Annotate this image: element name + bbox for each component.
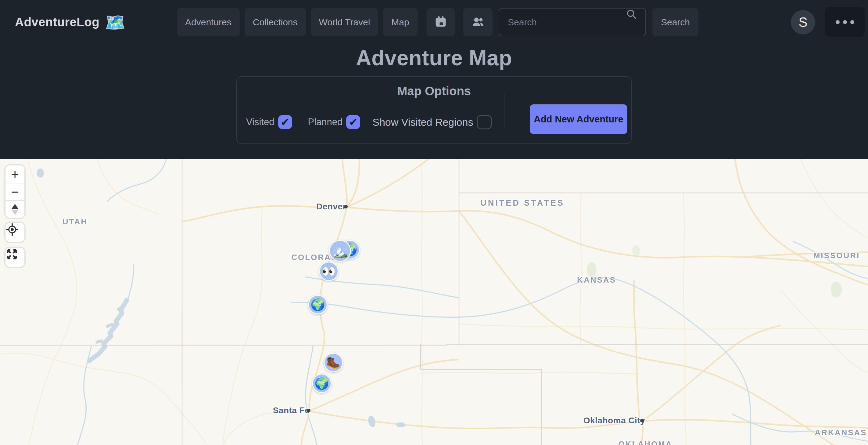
search-input[interactable] xyxy=(499,8,646,36)
checkbox-planned[interactable]: ✔ xyxy=(346,115,360,129)
page-title: Adventure Map xyxy=(0,46,868,70)
adventure-marker-globe-emoji[interactable]: 🌍 xyxy=(312,374,332,393)
map-canvas xyxy=(0,159,868,445)
toggle-label: Show Visited Regions xyxy=(372,116,473,128)
add-new-adventure-button[interactable]: Add New Adventure xyxy=(530,105,627,134)
checkbox-visited[interactable]: ✔ xyxy=(278,115,292,129)
nav-item-world-travel[interactable]: World Travel xyxy=(311,8,378,36)
nav-item-adventures[interactable]: Adventures xyxy=(177,8,240,36)
options-divider xyxy=(504,94,504,129)
toggle-planned: Planned✔ xyxy=(308,115,361,129)
compass-tilt-button[interactable] xyxy=(5,200,24,218)
city-dot xyxy=(307,409,310,412)
world-map-icon: 🗺️ xyxy=(105,14,125,31)
adventure-marker-boot-emoji[interactable]: 🥾 xyxy=(323,353,343,373)
city-label-santa-fe: Santa Fe xyxy=(273,406,310,415)
ellipsis-icon xyxy=(836,20,854,24)
toggle-label: Planned xyxy=(308,117,343,127)
plus-icon: + xyxy=(11,167,19,182)
map-options-card: Map Options Visited✔Planned✔Show Visited… xyxy=(236,76,632,144)
toggle-label: Visited xyxy=(246,117,275,127)
adventure-marker-globe-emoji[interactable]: 🌍 xyxy=(308,295,328,315)
city-label-denver: Denver xyxy=(316,202,346,211)
map-options-title: Map Options xyxy=(237,84,631,98)
fullscreen-button[interactable] xyxy=(5,248,24,267)
users-button[interactable] xyxy=(463,8,493,36)
navbar: AdventureLog 🗺️ AdventuresCollectionsWor… xyxy=(0,0,868,44)
map-options-toggles: Visited✔Planned✔Show Visited Regions xyxy=(246,113,492,131)
nav-items: AdventuresCollectionsWorld TravelMap xyxy=(177,8,417,36)
calendar-icon xyxy=(435,16,447,29)
country-label: UNITED STATES xyxy=(480,198,564,208)
search-button[interactable]: Search xyxy=(652,8,699,36)
search-field-wrap xyxy=(499,8,646,36)
app-title: AdventureLog xyxy=(15,15,99,29)
toggle-show-visited-regions: Show Visited Regions xyxy=(372,115,492,129)
adventure-marker-mountain-emoji[interactable]: 🏔️ xyxy=(329,240,351,262)
state-label-oklahoma: OKLAHOMA xyxy=(618,440,672,445)
minus-icon: − xyxy=(11,184,19,200)
geolocate-button[interactable] xyxy=(5,223,24,242)
state-label-arkansas: ARKANSAS xyxy=(815,428,867,437)
users-icon xyxy=(471,16,485,29)
adventurelog-app: AdventureLog 🗺️ AdventuresCollectionsWor… xyxy=(0,0,868,445)
city-dot xyxy=(640,419,644,422)
nav-item-collections[interactable]: Collections xyxy=(245,8,306,36)
toggle-visited: Visited✔ xyxy=(246,115,292,129)
header-section: AdventureLog 🗺️ AdventuresCollectionsWor… xyxy=(0,0,868,159)
checkbox-show-visited-regions[interactable] xyxy=(477,115,492,129)
adventure-marker-eyes-emoji[interactable]: 👀 xyxy=(319,262,339,281)
zoom-in-button[interactable]: + xyxy=(5,166,24,183)
zoom-out-button[interactable]: − xyxy=(5,183,24,200)
city-label-oklahoma-city: Oklahoma City xyxy=(584,416,645,425)
app-logo[interactable]: AdventureLog 🗺️ xyxy=(15,0,126,44)
avatar[interactable]: S xyxy=(791,10,815,34)
calendar-button[interactable] xyxy=(427,8,455,36)
state-label-missouri: MISSOURI xyxy=(813,251,860,260)
compass-icon xyxy=(11,204,18,215)
more-button[interactable] xyxy=(825,7,865,37)
nav-item-map[interactable]: Map xyxy=(383,8,417,36)
adventure-map[interactable]: UNITED STATESUTAHCOLORADOKANSASMISSOURIA… xyxy=(0,159,868,445)
map-zoom-controls: + − xyxy=(5,166,24,218)
state-label-utah: UTAH xyxy=(63,217,88,227)
city-dot xyxy=(344,205,348,208)
state-label-kansas: KANSAS xyxy=(577,275,616,285)
